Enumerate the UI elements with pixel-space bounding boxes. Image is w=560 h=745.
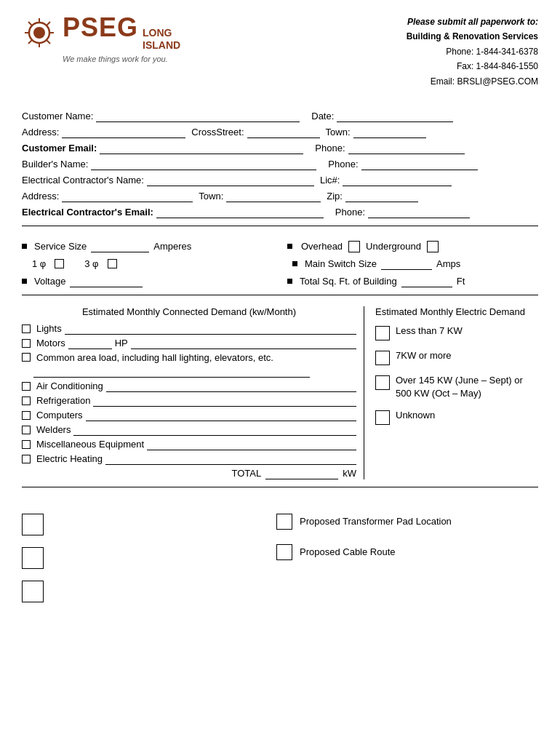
common-row: Common area load, including hall lightin…	[22, 352, 356, 363]
lights-input[interactable]	[65, 323, 356, 335]
ac-checkbox[interactable]	[22, 382, 31, 391]
divider-3	[22, 487, 538, 487]
underground-checkbox[interactable]	[427, 241, 439, 252]
svg-line-6	[28, 22, 32, 25]
less-than-label: Less than 7 KW	[396, 324, 463, 338]
proposed-transformer-row: Proposed Transformer Pad Location	[276, 514, 538, 530]
refrig-input[interactable]	[93, 395, 356, 407]
less-than-checkbox[interactable]	[375, 326, 390, 340]
total-input[interactable]	[265, 468, 338, 479]
misc-input[interactable]	[147, 439, 356, 450]
town-input[interactable]	[353, 127, 426, 138]
page-header: PSEG LONG ISLAND We make things work for…	[22, 15, 538, 89]
ec-email-input[interactable]	[156, 207, 324, 218]
builders-name-label: Builder's Name:	[22, 159, 88, 170]
town2-input[interactable]	[226, 191, 321, 202]
svg-line-7	[47, 41, 51, 44]
unknown-checkbox[interactable]	[375, 410, 390, 425]
bullet-service-size	[22, 244, 27, 249]
cross-street-input[interactable]	[247, 127, 320, 138]
hp-label: HP	[115, 338, 128, 348]
bottom-checkbox-2[interactable]	[22, 547, 44, 569]
customer-name-input[interactable]	[96, 111, 300, 122]
electric-heat-input[interactable]	[105, 453, 356, 465]
motors-input[interactable]	[68, 338, 112, 349]
customer-name-row: Customer Name: Date:	[22, 111, 538, 122]
one-phi-label: 1 φ	[32, 258, 46, 269]
builders-name-input[interactable]	[91, 159, 316, 170]
voltage-input[interactable]	[70, 276, 143, 287]
computers-checkbox[interactable]	[22, 411, 31, 420]
bottom-right-labels: Proposed Transformer Pad Location Propos…	[44, 509, 538, 602]
one-phi-checkbox[interactable]	[55, 259, 64, 268]
address2-row: Address: Town: Zip:	[22, 191, 538, 202]
common-label: Common area load, including hall lightin…	[36, 352, 273, 363]
pseg-label: PSEG	[63, 15, 138, 41]
underground-label: Underground	[366, 241, 421, 252]
common-checkbox[interactable]	[22, 353, 31, 362]
proposed-transformer-checkbox[interactable]	[276, 514, 292, 530]
ac-row: Air Conditioning	[22, 381, 356, 392]
motors-label: Motors	[36, 338, 65, 348]
bullet-overhead	[287, 244, 292, 249]
total-label: TOTAL	[232, 468, 262, 479]
zip-input[interactable]	[345, 191, 418, 202]
less-than-row: Less than 7 KW	[375, 324, 538, 340]
motors-checkbox[interactable]	[22, 339, 31, 348]
address2-input[interactable]	[62, 191, 193, 202]
unknown-row: Unknown	[375, 409, 538, 425]
phone-input-3[interactable]	[368, 207, 470, 218]
lights-checkbox[interactable]	[22, 324, 31, 333]
demand-left-header: Estimated Monthly Connected Demand (kw/M…	[22, 306, 356, 317]
misc-checkbox[interactable]	[22, 440, 31, 449]
electric-heat-row: Electric Heating	[22, 453, 356, 465]
demand-section: Estimated Monthly Connected Demand (kw/M…	[22, 306, 538, 479]
address2-label: Address:	[22, 191, 59, 202]
refrig-checkbox[interactable]	[22, 397, 31, 405]
main-switch-input[interactable]	[381, 258, 432, 270]
computers-row: Computers	[22, 410, 356, 421]
electric-heat-label: Electric Heating	[36, 453, 103, 464]
ec-name-input[interactable]	[147, 175, 314, 186]
date-input[interactable]	[337, 111, 453, 122]
bullet-total-sq	[287, 279, 292, 284]
bottom-section: Proposed Transformer Pad Location Propos…	[22, 502, 538, 610]
address-row: Address: CrossStreet: Town:	[22, 127, 538, 138]
bullet-main-switch	[292, 261, 297, 266]
refrig-row: Refrigeration	[22, 395, 356, 407]
customer-email-input[interactable]	[100, 143, 303, 154]
form-section: Customer Name: Date: Address: CrossStree…	[22, 111, 538, 218]
welders-checkbox[interactable]	[22, 426, 31, 434]
motors-row: Motors HP	[22, 338, 356, 349]
phone-input-2[interactable]	[361, 159, 478, 170]
address-input[interactable]	[62, 127, 185, 138]
phone-label-2: Phone:	[315, 143, 345, 154]
hp-input[interactable]	[131, 338, 356, 349]
electric-heat-checkbox[interactable]	[22, 455, 31, 463]
ac-input[interactable]	[106, 381, 356, 392]
demand-right-header: Estimated Monthly Electric Demand	[375, 306, 538, 317]
total-sq-input[interactable]	[401, 276, 452, 287]
fax-label: Fax: 1-844-846-1550	[407, 59, 538, 73]
divider-2	[22, 295, 538, 295]
lic-input[interactable]	[343, 175, 452, 186]
long-island-label: LONG ISLAND	[143, 27, 180, 52]
7kw-checkbox[interactable]	[375, 351, 390, 365]
proposed-cable-checkbox[interactable]	[276, 544, 292, 560]
logo-main: PSEG LONG ISLAND	[22, 15, 180, 52]
total-sq-label: Total Sq. Ft. of Building	[300, 276, 397, 287]
service-size-label: Service Size	[34, 241, 87, 252]
bottom-checkbox-1[interactable]	[22, 514, 44, 535]
svg-point-1	[33, 27, 45, 39]
welders-input[interactable]	[73, 424, 356, 436]
over145-label: Over 145 KW (June – Sept) or 500 KW (Oct…	[396, 374, 538, 400]
bottom-checkbox-3[interactable]	[22, 581, 44, 602]
demand-right: Estimated Monthly Electric Demand Less t…	[364, 306, 538, 479]
over145-checkbox[interactable]	[375, 375, 390, 390]
computers-input[interactable]	[86, 410, 356, 421]
service-size-input[interactable]	[91, 241, 149, 252]
common-input[interactable]	[33, 366, 310, 378]
overhead-checkbox[interactable]	[348, 241, 360, 252]
phone-input[interactable]	[348, 143, 465, 154]
three-phi-checkbox[interactable]	[108, 259, 117, 268]
